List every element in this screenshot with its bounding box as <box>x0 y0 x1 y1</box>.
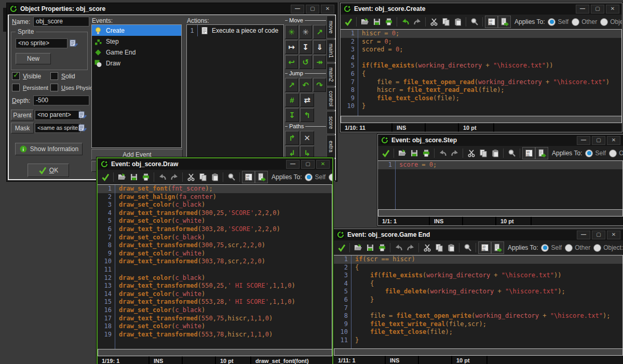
accept-button[interactable] <box>99 171 111 183</box>
checkbox-persistent[interactable]: Persistent <box>12 84 48 91</box>
code-editor[interactable]: 1draw_set_font(fnt_score);2draw_set_hali… <box>98 184 332 349</box>
sprite-input[interactable]: <no sprite> <box>16 38 67 48</box>
undo-button[interactable] <box>437 147 449 159</box>
radio-icon[interactable] <box>565 244 573 252</box>
undo-button[interactable] <box>399 16 411 28</box>
radio-icon[interactable] <box>609 150 617 157</box>
export-button[interactable] <box>491 241 504 254</box>
path-start-button[interactable]: ↱ <box>285 131 299 145</box>
action-tab-extra[interactable]: extra <box>327 135 335 158</box>
search-button[interactable] <box>462 242 473 253</box>
reverse-horizontal-button[interactable]: ↩ <box>285 55 298 69</box>
jump-position-button[interactable]: ↗ <box>285 78 298 92</box>
print-button[interactable] <box>140 171 152 183</box>
parent-menu-icon[interactable] <box>78 111 87 119</box>
code-editor[interactable]: 1if(scr == hiscr)2{3 if(file_exists(work… <box>334 255 623 349</box>
close-icon[interactable]: ✕ <box>321 5 334 14</box>
applies-to-option[interactable]: Other <box>329 173 332 181</box>
wrap-screen-button[interactable]: ⇄ <box>300 93 314 107</box>
minimize-icon[interactable]: — <box>577 136 590 145</box>
paste-button[interactable] <box>445 242 457 253</box>
new-sprite-button[interactable]: New <box>16 53 51 64</box>
open-button[interactable] <box>116 171 128 183</box>
minimize-icon[interactable]: — <box>577 231 590 239</box>
goto-line-button[interactable]: 1001 <box>522 147 535 159</box>
save-button[interactable] <box>371 16 383 28</box>
minimize-icon[interactable]: — <box>286 160 300 169</box>
event-window-titlebar[interactable]: Event: obj_score.Draw—▢✕ <box>98 158 332 170</box>
object-properties-titlebar[interactable]: Object Properties: obj_score — ▢ ✕ <box>7 3 337 15</box>
event-item-step[interactable]: Step <box>92 36 181 47</box>
applies-to-option[interactable]: Object: <box>593 244 623 252</box>
open-button[interactable] <box>352 242 364 253</box>
paste-button[interactable] <box>489 147 501 159</box>
accept-button[interactable] <box>335 242 347 253</box>
save-button[interactable] <box>364 242 376 253</box>
move-free-button[interactable]: ✳ <box>299 25 312 39</box>
show-information-button[interactable]: iShow Information <box>15 143 83 155</box>
bounce-button[interactable]: ↰ <box>300 108 314 122</box>
move-fixed-button[interactable]: ✳ <box>285 25 298 39</box>
event-item-game-end[interactable]: Game End <box>92 47 181 58</box>
radio-icon[interactable] <box>541 244 549 252</box>
mask-input[interactable]: <same as sprite> <box>35 123 80 133</box>
print-button[interactable] <box>420 147 432 159</box>
code-editor[interactable]: 1hiscr = 0;2scr = 0;3scored = 0;45if(fil… <box>341 29 622 116</box>
checkbox-solid[interactable]: Solid <box>50 72 75 80</box>
applies-to-option[interactable]: Self <box>548 18 568 26</box>
copy-button[interactable] <box>197 171 209 183</box>
maximize-icon[interactable]: ▢ <box>591 5 604 14</box>
maximize-icon[interactable]: ▢ <box>592 231 605 239</box>
maximize-icon[interactable]: ▢ <box>306 5 319 14</box>
jump-start-button[interactable]: ↶ <box>299 78 312 92</box>
event-item-create[interactable]: Create <box>92 25 181 36</box>
paste-button[interactable] <box>452 16 464 28</box>
event-item-draw[interactable]: Draw <box>92 58 181 69</box>
cut-button[interactable] <box>185 171 197 183</box>
goto-line-button[interactable]: 1001 <box>242 171 255 183</box>
copy-button[interactable] <box>440 16 452 28</box>
reverse-vertical-button[interactable]: ↺ <box>299 55 312 69</box>
redo-button[interactable] <box>411 16 423 28</box>
close-icon[interactable]: ✕ <box>607 136 620 145</box>
search-button[interactable] <box>225 171 237 183</box>
undo-button[interactable] <box>392 242 404 253</box>
checkbox-uses-physics[interactable]: Uses Physics <box>50 84 96 91</box>
copy-button[interactable] <box>433 242 445 253</box>
redo-button[interactable] <box>404 242 416 253</box>
applies-to-option[interactable]: Self <box>541 244 562 252</box>
set-gravity-button[interactable]: ⇓ <box>313 40 326 54</box>
event-window-titlebar[interactable]: Event: obj_score.Create—▢✕ <box>341 3 622 15</box>
speed-vertical-button[interactable]: ↧ <box>299 40 312 54</box>
path-end-button[interactable]: ✕ <box>300 131 314 145</box>
mask-menu-icon[interactable] <box>78 124 87 132</box>
save-button[interactable] <box>128 171 140 183</box>
search-button[interactable] <box>468 16 480 28</box>
ok-button[interactable]: OK <box>28 164 69 177</box>
checkbox-icon[interactable] <box>50 84 58 91</box>
goto-line-button[interactable]: 1001 <box>485 16 498 28</box>
radio-icon[interactable] <box>572 18 579 26</box>
save-button[interactable] <box>408 147 420 159</box>
checkbox-icon[interactable] <box>12 84 20 91</box>
action-tab-move[interactable]: move <box>327 16 335 38</box>
paste-button[interactable] <box>209 171 221 183</box>
maximize-icon[interactable]: ▢ <box>592 136 605 145</box>
accept-button[interactable] <box>342 16 354 28</box>
speed-horizontal-button[interactable]: ↦ <box>285 40 298 54</box>
minimize-icon[interactable]: — <box>291 5 304 14</box>
radio-icon[interactable] <box>329 173 332 181</box>
close-icon[interactable]: ✕ <box>607 231 620 239</box>
cut-button[interactable] <box>428 16 440 28</box>
print-button[interactable] <box>376 242 388 253</box>
cut-button[interactable] <box>421 242 433 253</box>
export-button[interactable] <box>255 171 268 183</box>
depth-input[interactable]: -500 <box>33 96 89 105</box>
move-contact-button[interactable]: ↧ <box>285 108 299 122</box>
undo-button[interactable] <box>156 171 168 183</box>
open-button[interactable] <box>396 147 408 159</box>
accept-button[interactable] <box>380 147 391 159</box>
parent-input[interactable]: <no parent> <box>35 110 80 120</box>
export-button[interactable] <box>498 16 511 28</box>
applies-to-option[interactable]: Other <box>609 150 623 157</box>
